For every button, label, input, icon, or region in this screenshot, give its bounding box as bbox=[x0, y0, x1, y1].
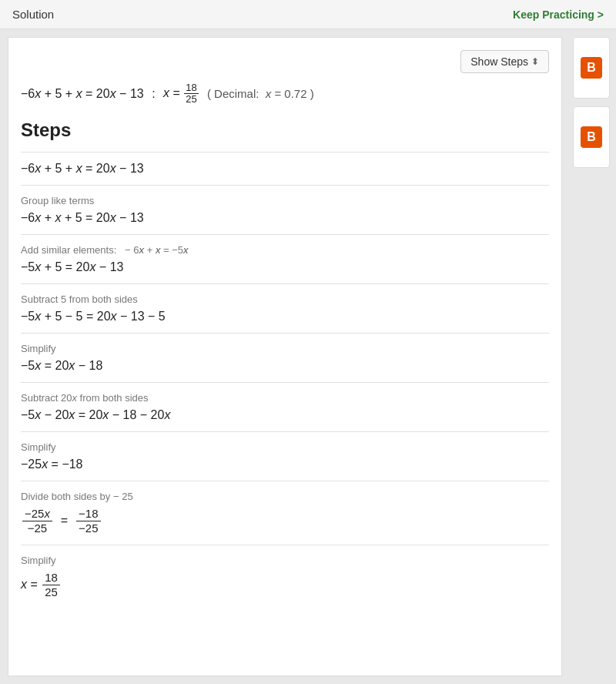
step-9-equation: x = 18 25 bbox=[21, 571, 549, 599]
step-5-label: Simplify bbox=[21, 343, 549, 354]
step-2: Group like terms −6x + x + 5 = 20x − 13 bbox=[21, 185, 549, 234]
sidebar-icon-1: B bbox=[581, 57, 602, 79]
main-eq-left: −6x + 5 + x = 20x − 13 bbox=[21, 87, 144, 101]
sidebar: B B bbox=[570, 29, 616, 684]
step-2-label: Group like terms bbox=[21, 195, 549, 206]
chevron-icon: ⬍ bbox=[531, 56, 539, 67]
step-5: Simplify −5x = 20x − 18 bbox=[21, 333, 549, 382]
step-4-equation: −5x + 5 − 5 = 20x − 13 − 5 bbox=[21, 310, 549, 324]
main-eq-separator: : bbox=[149, 87, 159, 101]
sidebar-icon-2: B bbox=[581, 126, 602, 148]
step-2-equation: −6x + x + 5 = 20x − 13 bbox=[21, 211, 549, 225]
step-8-label: Divide both sides by − 25 bbox=[21, 491, 549, 502]
solution-label: Solution bbox=[12, 8, 54, 21]
step-6-label: Subtract 20x from both sides bbox=[21, 392, 549, 404]
top-bar: Solution Keep Practicing bbox=[0, 0, 616, 29]
step-6-equation: −5x − 20x = 20x − 18 − 20x bbox=[21, 408, 549, 422]
step-1: −6x + 5 + x = 20x − 13 bbox=[21, 152, 549, 185]
main-layout: Show Steps ⬍ −6x + 5 + x = 20x − 13 : x … bbox=[0, 29, 616, 684]
step-3: Add similar elements: − 6x + x = −5x −5x… bbox=[21, 234, 549, 283]
show-steps-button[interactable]: Show Steps ⬍ bbox=[460, 50, 549, 73]
show-steps-label: Show Steps bbox=[470, 55, 528, 68]
step-8-frac-left: −25x −25 bbox=[22, 507, 52, 535]
sidebar-card-1: B bbox=[573, 37, 610, 99]
sidebar-card-2: B bbox=[573, 106, 610, 168]
solution-panel: Show Steps ⬍ −6x + 5 + x = 20x − 13 : x … bbox=[8, 37, 562, 676]
step-8-equation: −25x −25 = −18 −25 bbox=[21, 507, 549, 535]
step-8-frac-right: −18 −25 bbox=[76, 507, 100, 535]
step-4: Subtract 5 from both sides −5x + 5 − 5 =… bbox=[21, 283, 549, 333]
step-7-equation: −25x = −18 bbox=[21, 458, 549, 471]
main-fraction: 18 25 bbox=[184, 82, 198, 106]
step-9-fraction: 18 25 bbox=[42, 571, 60, 599]
step-4-label: Subtract 5 from both sides bbox=[21, 293, 549, 305]
step-9: Simplify x = 18 25 bbox=[21, 545, 549, 609]
show-steps-bar: Show Steps ⬍ bbox=[21, 50, 549, 73]
decimal-note: ( Decimal: x = 0.72 ) bbox=[204, 87, 314, 100]
step-3-label: Add similar elements: − 6x + x = −5x bbox=[21, 244, 549, 256]
step-5-equation: −5x = 20x − 18 bbox=[21, 359, 549, 373]
step-1-equation: −6x + 5 + x = 20x − 13 bbox=[21, 162, 549, 176]
step-8: Divide both sides by − 25 −25x −25 = −18… bbox=[21, 481, 549, 545]
step-3-equation: −5x + 5 = 20x − 13 bbox=[21, 260, 549, 274]
steps-heading: Steps bbox=[21, 119, 549, 141]
step-6: Subtract 20x from both sides −5x − 20x =… bbox=[21, 382, 549, 431]
keep-practicing-link[interactable]: Keep Practicing bbox=[513, 8, 604, 21]
main-equation: −6x + 5 + x = 20x − 13 : x = 18 25 ( Dec… bbox=[21, 82, 549, 106]
step-7-label: Simplify bbox=[21, 441, 549, 453]
step-7: Simplify −25x = −18 bbox=[21, 431, 549, 481]
step-9-label: Simplify bbox=[21, 555, 549, 566]
main-eq-x-value: x = 18 25 bbox=[163, 82, 199, 106]
